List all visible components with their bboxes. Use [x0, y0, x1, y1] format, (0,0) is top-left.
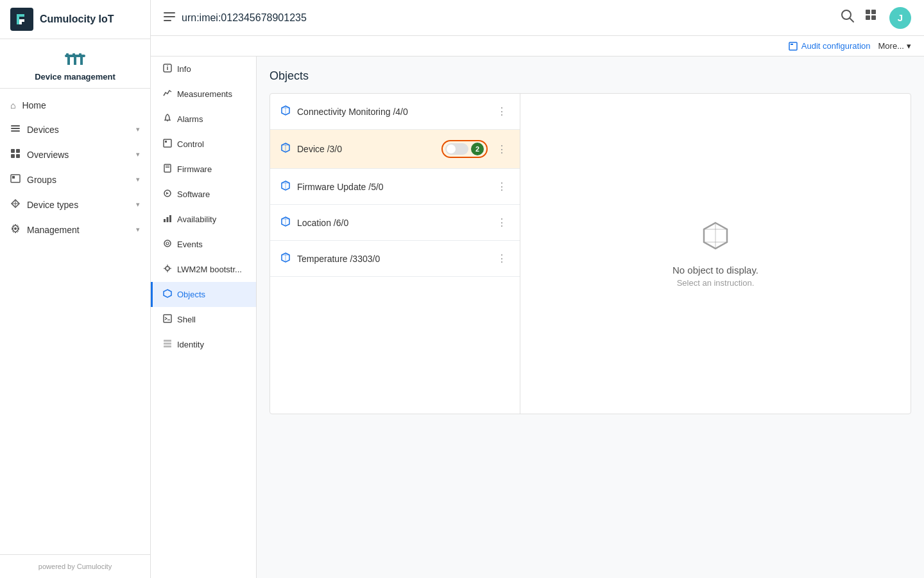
sidebar-item-management[interactable]: Management ▾ [0, 217, 150, 242]
search-icon[interactable] [841, 9, 855, 26]
availability-icon [163, 214, 172, 225]
svg-rect-12 [16, 149, 20, 153]
device-types-icon [10, 198, 21, 211]
svg-rect-16 [12, 176, 15, 179]
grid-icon[interactable] [865, 9, 879, 26]
toggle-thumb [447, 144, 456, 153]
sidebar-item-home[interactable]: ⌂ Home [0, 94, 150, 117]
sidebar-item-info[interactable]: Info [151, 57, 256, 82]
sidebar-item-firmware[interactable]: Firmware [151, 157, 256, 182]
objects-layout: Connectivity Monitoring /4/0 ⋮ Device /3… [270, 93, 911, 414]
objects-icon [163, 289, 172, 300]
no-object-subtitle: Select an instruction. [677, 278, 755, 288]
svg-point-45 [166, 242, 169, 245]
object-cube-icon [280, 252, 291, 265]
header-actions: J [841, 7, 911, 29]
lwm2m-icon [163, 264, 172, 275]
sidebar-item-alarms[interactable]: Alarms [151, 107, 256, 132]
info-icon [163, 64, 172, 74]
sidebar-item-label: Home [22, 100, 46, 110]
object-item-device[interactable]: Device /3/0 2 ⋮ [270, 130, 520, 169]
audit-configuration-button[interactable]: Audit configuration [789, 41, 871, 51]
chevron-down-icon: ▾ [136, 200, 140, 209]
svg-rect-30 [791, 44, 793, 45]
object-toggle[interactable]: 2 [441, 140, 488, 158]
sidebar-item-lwm2m[interactable]: LWM2M bootstr... [151, 257, 256, 282]
sidebar-item-events[interactable]: Events [151, 232, 256, 257]
second-sidebar: Info Measurements Alarms Control [151, 57, 257, 578]
avatar[interactable]: J [889, 7, 911, 29]
object-item-connectivity[interactable]: Connectivity Monitoring /4/0 ⋮ [270, 94, 520, 130]
no-object-icon [700, 220, 731, 257]
chevron-down-icon: ▾ [136, 125, 140, 134]
svg-rect-1 [67, 56, 70, 65]
object-cube-icon [280, 105, 291, 118]
svg-rect-36 [165, 141, 167, 143]
object-name: Device /3/0 [297, 144, 435, 154]
object-more-button[interactable]: ⋮ [494, 104, 509, 119]
sidebar-item-label: Device types [27, 200, 78, 210]
object-badge: 2 [471, 143, 484, 155]
management-icon [10, 223, 21, 236]
svg-rect-20 [164, 12, 175, 13]
svg-rect-6 [73, 53, 75, 56]
device-mgmt-icon [0, 48, 150, 69]
device-mgmt-label: Device management [0, 72, 150, 82]
svg-rect-27 [866, 15, 870, 20]
object-more-button[interactable]: ⋮ [494, 215, 509, 230]
events-icon [163, 239, 172, 250]
sidebar-item-groups[interactable]: Groups ▾ [0, 167, 150, 192]
svg-rect-39 [166, 167, 169, 168]
svg-rect-54 [164, 340, 171, 342]
sidebar-item-control[interactable]: Control [151, 132, 256, 157]
svg-rect-14 [16, 154, 20, 158]
chevron-down-icon: ▾ [907, 41, 911, 51]
object-item-firmware-update[interactable]: Firmware Update /5/0 ⋮ [270, 169, 520, 205]
object-more-button[interactable]: ⋮ [494, 251, 509, 266]
device-urn: urn:imei:012345678901235 [182, 12, 841, 24]
sidebar-item-measurements[interactable]: Measurements [151, 82, 256, 107]
cumulocity-logo [10, 8, 33, 31]
object-more-button[interactable]: ⋮ [494, 179, 509, 194]
svg-rect-22 [164, 20, 171, 21]
no-object-title: No object to display. [672, 265, 758, 276]
chevron-down-icon: ▾ [136, 225, 140, 234]
sidebar-item-label: Devices [27, 125, 59, 135]
object-cube-icon [280, 216, 291, 229]
svg-rect-25 [866, 10, 870, 14]
svg-rect-7 [79, 53, 81, 56]
device-management-section: Device management [0, 39, 150, 89]
groups-icon [10, 173, 21, 186]
svg-rect-56 [164, 346, 171, 347]
svg-rect-26 [871, 10, 876, 14]
sidebar-item-software[interactable]: Software [151, 182, 256, 207]
object-item-location[interactable]: Location /6/0 ⋮ [270, 205, 520, 241]
more-button[interactable]: More... ▾ [878, 41, 911, 51]
object-name: Location /6/0 [297, 218, 488, 228]
overviews-icon [10, 148, 21, 161]
svg-rect-38 [166, 166, 169, 166]
sidebar-item-devices[interactable]: Devices ▾ [0, 117, 150, 142]
sidebar-item-availability[interactable]: Availability [151, 207, 256, 232]
svg-rect-11 [11, 149, 15, 153]
sub-header: Audit configuration More... ▾ [151, 36, 924, 57]
sidebar-item-identity[interactable]: Identity [151, 332, 256, 357]
top-header: urn:imei:012345678901235 J [151, 0, 924, 36]
sidebar-item-label: Management [27, 225, 80, 235]
alarms-icon [163, 114, 172, 125]
main-area: urn:imei:012345678901235 J Audit configu… [151, 0, 924, 578]
svg-point-44 [164, 240, 171, 247]
svg-point-19 [14, 227, 17, 230]
sidebar-item-objects[interactable]: Objects [151, 282, 256, 307]
sidebar-item-shell[interactable]: Shell [151, 307, 256, 332]
object-item-temperature[interactable]: Temperature /3303/0 ⋮ [270, 241, 520, 277]
svg-rect-28 [871, 15, 876, 20]
app-name: Cumulocity IoT [40, 13, 114, 25]
sidebar-item-overviews[interactable]: Overviews ▾ [0, 142, 150, 167]
svg-rect-29 [789, 42, 797, 50]
sidebar-item-device-types[interactable]: Device types ▾ [0, 192, 150, 217]
objects-detail-panel: No object to display. Select an instruct… [520, 94, 911, 414]
measurements-icon [163, 89, 172, 100]
object-more-button[interactable]: ⋮ [494, 142, 509, 157]
control-icon [163, 139, 172, 150]
